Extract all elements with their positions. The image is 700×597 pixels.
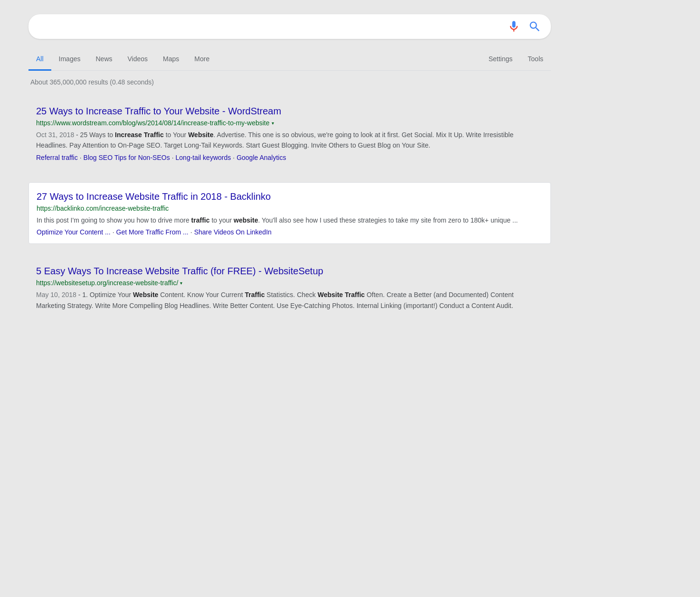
result-date: Oct 31, 2018 — [36, 131, 74, 139]
result-item: 5 Easy Ways To Increase Website Traffic … — [28, 257, 551, 321]
sitelink-separator: · — [113, 228, 114, 236]
results-count: About 365,000,000 results (0.48 seconds) — [28, 78, 672, 86]
sitelink[interactable]: Blog SEO Tips for Non-SEOs — [84, 154, 170, 161]
dropdown-arrow-icon[interactable]: ▾ — [180, 280, 182, 286]
result-url[interactable]: https://websitesetup.org/increase-websit… — [36, 279, 178, 287]
search-icon[interactable] — [528, 20, 541, 33]
result-snippet: Oct 31, 2018 - 25 Ways to Increase Traff… — [36, 130, 543, 151]
result-title[interactable]: 5 Easy Ways To Increase Website Traffic … — [36, 265, 543, 277]
tab-all[interactable]: All — [28, 48, 51, 71]
tab-tools[interactable]: Tools — [520, 48, 551, 71]
nav-tabs: All Images News Videos Maps More Setting… — [28, 48, 551, 71]
sitelink[interactable]: Optimize Your Content ... — [37, 228, 111, 236]
tab-maps[interactable]: Maps — [155, 48, 187, 71]
result-title[interactable]: 27 Ways to Increase Website Traffic in 2… — [37, 190, 543, 203]
sitelink-separator: · — [80, 154, 82, 161]
microphone-icon[interactable] — [507, 20, 520, 33]
sitelink[interactable]: Google Analytics — [236, 154, 286, 161]
result-title[interactable]: 25 Ways to Increase Traffic to Your Webs… — [36, 105, 543, 117]
result-snippet: In this post I'm going to show you how t… — [37, 215, 543, 225]
result-url-row: https://websitesetup.org/increase-websit… — [36, 279, 543, 287]
sitelink-separator: · — [172, 154, 174, 161]
search-bar-container: increase website traffic — [28, 14, 551, 39]
page-wrapper: increase website traffic All Images — [0, 0, 700, 363]
result-url[interactable]: https://backlinko.com/increase-website-t… — [37, 205, 169, 212]
dropdown-arrow-icon[interactable]: ▾ — [272, 121, 274, 126]
tab-videos[interactable]: Videos — [120, 48, 156, 71]
tab-images[interactable]: Images — [51, 48, 88, 71]
result-item: 25 Ways to Increase Traffic to Your Webs… — [28, 97, 551, 169]
tab-news[interactable]: News — [88, 48, 120, 71]
sitelink[interactable]: Get More Traffic From ... — [116, 228, 189, 236]
tab-settings[interactable]: Settings — [481, 48, 520, 71]
result-snippet: May 10, 2018 - 1. Optimize Your Website … — [36, 289, 543, 311]
sitelink[interactable]: Referral traffic — [36, 154, 78, 161]
search-icons — [507, 20, 541, 33]
sitelink[interactable]: Long-tail keywords — [176, 154, 231, 161]
result-sitelinks: Optimize Your Content ... · Get More Tra… — [37, 228, 543, 236]
result-item-highlighted: 27 Ways to Increase Website Traffic in 2… — [28, 182, 551, 244]
result-sitelinks: Referral traffic · Blog SEO Tips for Non… — [36, 154, 543, 161]
results-container: 25 Ways to Increase Traffic to Your Webs… — [28, 97, 551, 321]
result-url-row: https://backlinko.com/increase-website-t… — [37, 205, 543, 212]
sitelink-separator: · — [190, 228, 192, 236]
search-input[interactable]: increase website traffic — [38, 22, 507, 32]
result-date: May 10, 2018 — [36, 291, 76, 298]
sitelink-separator: · — [233, 154, 235, 161]
tab-more[interactable]: More — [187, 48, 217, 71]
result-url[interactable]: https://www.wordstream.com/blog/ws/2014/… — [36, 119, 270, 127]
sitelink[interactable]: Share Videos On LinkedIn — [194, 228, 272, 236]
result-url-row: https://www.wordstream.com/blog/ws/2014/… — [36, 119, 543, 127]
